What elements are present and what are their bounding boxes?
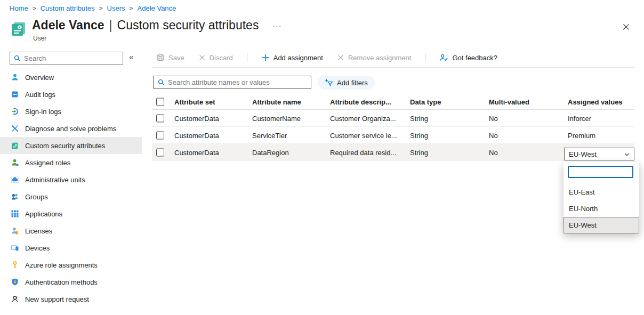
- applications-grid-icon: [11, 209, 19, 218]
- dropdown-options: EU-East EU-North EU-West: [564, 184, 639, 233]
- column-header-assigned-values: Assigned values: [568, 98, 623, 106]
- sidebar-item-overview[interactable]: Overview: [0, 69, 142, 86]
- sidebar-nav: Overview Audit logs Sign-in logs Diagnos…: [0, 69, 142, 308]
- close-icon[interactable]: [619, 20, 632, 33]
- row-checkbox[interactable]: [156, 114, 164, 122]
- devices-monitor-icon: [11, 244, 19, 252]
- sidebar-item-groups[interactable]: Groups: [0, 188, 142, 205]
- add-assignment-label: Add assignment: [273, 54, 323, 62]
- sidebar-item-audit-logs[interactable]: Audit logs: [0, 86, 142, 103]
- page-title-user-name: Adele Vance: [32, 18, 104, 32]
- cell-assigned-value: Premium: [568, 131, 595, 139]
- groups-people-icon: [11, 192, 19, 201]
- sidebar-item-label: Administrative units: [25, 176, 85, 184]
- person-icon: [11, 73, 19, 82]
- sidebar-search-input[interactable]: [24, 52, 120, 64]
- sidebar-item-assigned-roles[interactable]: Assigned roles: [0, 154, 142, 171]
- sidebar-item-new-support-request[interactable]: New support request: [0, 290, 142, 308]
- save-button[interactable]: Save: [156, 53, 184, 62]
- discard-button[interactable]: Discard: [198, 54, 233, 62]
- dropdown-option-eu-east[interactable]: EU-East: [564, 184, 639, 200]
- sidebar-item-sign-in-logs[interactable]: Sign-in logs: [0, 103, 142, 120]
- breadcrumb-home[interactable]: Home: [10, 4, 28, 12]
- got-feedback-button[interactable]: Got feedback?: [439, 53, 497, 62]
- column-header-attribute-description: Attribute descrip...: [330, 98, 391, 106]
- dropdown-option-eu-west[interactable]: EU-West: [564, 217, 639, 233]
- add-filters-button[interactable]: Add filters: [318, 76, 375, 90]
- sidebar-item-label: Overview: [25, 74, 54, 82]
- toolbar-separator: [247, 53, 247, 62]
- collapse-sidebar-icon[interactable]: «: [129, 52, 133, 61]
- row-checkbox[interactable]: [156, 148, 164, 156]
- sidebar-item-label: Azure role assignments: [25, 261, 98, 269]
- page-title: Adele Vance|Custom security attributes: [32, 18, 259, 33]
- sidebar-item-authentication-methods[interactable]: Authentication methods: [0, 273, 142, 290]
- object-type-label: User: [33, 35, 46, 42]
- column-header-data-type: Data type: [410, 98, 441, 106]
- combobox-selected-value: EU-West: [569, 150, 597, 158]
- breadcrumb-users[interactable]: Users: [107, 4, 125, 12]
- save-icon: [156, 53, 165, 62]
- sidebar-item-label: Groups: [25, 193, 48, 201]
- column-header-attribute-name: Attribute name: [252, 98, 301, 106]
- sidebar-item-label: Audit logs: [25, 91, 55, 99]
- x-icon: [198, 54, 206, 61]
- select-all-checkbox[interactable]: [156, 98, 164, 106]
- shield-lock-icon: [11, 278, 19, 286]
- sidebar-item-custom-security-attributes[interactable]: Custom security attributes: [0, 137, 142, 154]
- sidebar-item-label: Applications: [25, 210, 62, 218]
- sidebar-item-licenses[interactable]: Licenses: [0, 222, 142, 239]
- assigned-value-dropdown: EU-East EU-North EU-West: [564, 162, 639, 233]
- breadcrumb: Home > Custom attributes > Users > Adele…: [10, 4, 176, 12]
- sidebar-item-diagnose[interactable]: Diagnose and solve problems: [0, 120, 142, 137]
- cell-attribute-name: DataRegion: [252, 148, 289, 156]
- breadcrumb-custom-attributes[interactable]: Custom attributes: [41, 4, 95, 12]
- save-button-label: Save: [168, 54, 184, 62]
- cell-attribute-set: CustomerData: [174, 148, 219, 156]
- attribute-search: [153, 76, 311, 89]
- licenses-badge-icon: [11, 227, 19, 235]
- audit-logs-icon: [11, 90, 19, 99]
- x-icon: [337, 54, 344, 61]
- cell-attribute-description: Required data resid...: [330, 148, 396, 156]
- attribute-search-input[interactable]: [168, 76, 308, 88]
- discard-button-label: Discard: [210, 54, 233, 62]
- cell-attribute-set: CustomerData: [174, 114, 219, 122]
- cell-attribute-description: Customer Organiza...: [330, 114, 396, 122]
- chevron-down-icon: [623, 151, 631, 158]
- sidebar-item-label: Sign-in logs: [25, 108, 61, 116]
- cell-multi-valued: No: [489, 114, 498, 122]
- cell-data-type: String: [410, 131, 428, 139]
- add-filters-label: Add filters: [337, 79, 368, 87]
- breadcrumb-separator: >: [33, 5, 36, 12]
- sidebar-item-azure-role-assignments[interactable]: Azure role assignments: [0, 256, 142, 273]
- table-row: CustomerData CustomerName Customer Organ…: [152, 110, 634, 127]
- page-title-section: Custom security attributes: [117, 18, 259, 32]
- got-feedback-label: Got feedback?: [452, 54, 497, 62]
- sidebar-item-applications[interactable]: Applications: [0, 205, 142, 222]
- assigned-value-combobox[interactable]: EU-West: [564, 148, 634, 160]
- breadcrumb-adele-vance[interactable]: Adele Vance: [138, 4, 176, 12]
- user-attributes-icon: [10, 20, 27, 37]
- feedback-person-icon: [439, 53, 448, 62]
- remove-assignment-label: Remove assignment: [348, 54, 412, 62]
- key-icon: [11, 261, 19, 269]
- sidebar-item-label: Licenses: [25, 227, 52, 235]
- more-options-icon[interactable]: ...: [273, 20, 282, 28]
- sidebar: « Overview Audit logs Sign-in logs Diagn…: [0, 49, 142, 315]
- column-header-attribute-set: Attribute set: [174, 98, 215, 106]
- sidebar-item-devices[interactable]: Devices: [0, 239, 142, 256]
- search-icon: [13, 54, 21, 64]
- add-assignment-button[interactable]: Add assignment: [261, 53, 323, 62]
- dropdown-option-eu-north[interactable]: EU-North: [564, 200, 639, 217]
- breadcrumb-separator: >: [130, 5, 133, 12]
- sidebar-item-label: Custom security attributes: [25, 142, 105, 150]
- remove-assignment-button[interactable]: Remove assignment: [337, 54, 412, 62]
- sidebar-item-administrative-units[interactable]: Administrative units: [0, 171, 142, 188]
- search-icon: [157, 78, 165, 88]
- sidebar-item-label: Diagnose and solve problems: [25, 125, 116, 133]
- row-checkbox[interactable]: [156, 131, 164, 139]
- sidebar-item-label: Devices: [25, 244, 50, 252]
- dropdown-filter-input[interactable]: [568, 166, 633, 178]
- sidebar-search: [10, 52, 123, 65]
